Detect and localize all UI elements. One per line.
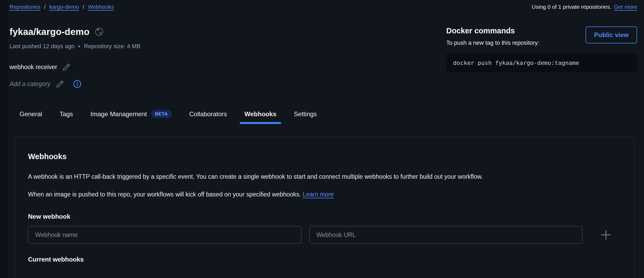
tab-label: Image Management: [90, 110, 147, 118]
active-tab-underline: [240, 122, 281, 124]
category-row: Add a category: [10, 80, 141, 88]
tab-collaborators[interactable]: Collaborators: [185, 110, 232, 124]
repo-size-text: Repository size: 4 MB: [84, 43, 141, 50]
edit-description-pencil-icon[interactable]: [62, 63, 71, 71]
tab-image-management[interactable]: Image Management BETA: [86, 110, 177, 124]
last-pushed-text: Last pushed 12 days ago: [10, 43, 75, 50]
tab-label: Collaborators: [189, 110, 227, 118]
tab-tags[interactable]: Tags: [55, 110, 78, 124]
tab-label: Tags: [59, 110, 73, 118]
tab-webhooks[interactable]: Webhooks: [240, 110, 281, 124]
repo-description: webhook receiver: [10, 64, 57, 71]
breadcrumb-webhooks-link[interactable]: Webhooks: [88, 4, 114, 10]
repo-title: fykaa/kargo-demo: [10, 26, 90, 37]
repo-tabs: General Tags Image Management BETA Colla…: [10, 110, 637, 124]
tab-label: Settings: [294, 110, 317, 118]
globe-icon: [94, 27, 104, 37]
category-info-icon[interactable]: [73, 80, 81, 88]
new-webhook-title: New webhook: [28, 213, 622, 220]
get-more-link[interactable]: Get more: [614, 4, 637, 10]
tab-general[interactable]: General: [15, 110, 47, 124]
webhooks-description-1: A webhook is an HTTP call-back triggered…: [28, 173, 622, 181]
public-view-button[interactable]: Public view: [586, 26, 637, 43]
docker-commands-section: Docker commands To push a new tag to thi…: [446, 26, 637, 88]
repo-info-column: fykaa/kargo-demo Last pushed 12 days ago…: [10, 26, 141, 88]
learn-more-link[interactable]: Learn more: [303, 191, 334, 198]
new-webhook-form: [28, 226, 622, 244]
breadcrumb-repo-link[interactable]: kargo-demo: [49, 4, 79, 10]
tab-settings[interactable]: Settings: [289, 110, 321, 124]
repo-header: fykaa/kargo-demo Last pushed 12 days ago…: [10, 26, 637, 88]
push-instruction-text: To push a new tag to this repository:: [446, 39, 539, 46]
repository-page: Repositories / kargo-demo / Webhooks Usi…: [0, 0, 644, 278]
breadcrumb-repositories-link[interactable]: Repositories: [10, 4, 40, 10]
repo-description-row: webhook receiver: [10, 63, 141, 71]
webhooks-description-2: When an image is pushed to this repo, yo…: [28, 190, 622, 199]
private-repo-usage: Using 0 of 1 private repositories. Get m…: [532, 4, 637, 10]
beta-badge: BETA: [151, 110, 172, 118]
add-category-text: Add a category: [10, 80, 50, 88]
current-webhooks-title: Current webhooks: [28, 256, 622, 263]
meta-dot-separator: •: [78, 43, 80, 50]
breadcrumb: Repositories / kargo-demo / Webhooks: [10, 4, 114, 10]
tab-label: General: [20, 110, 42, 118]
usage-text: Using 0 of 1 private repositories.: [532, 4, 611, 10]
description-2-text: When an image is pushed to this repo, yo…: [28, 191, 301, 198]
add-webhook-button[interactable]: [590, 229, 622, 241]
top-bar: Repositories / kargo-demo / Webhooks Usi…: [10, 0, 637, 10]
repo-meta: Last pushed 12 days ago • Repository siz…: [10, 43, 141, 50]
breadcrumb-separator: /: [44, 4, 46, 10]
plus-icon: [600, 229, 612, 241]
docker-push-command[interactable]: docker push fykaa/kargo-demo:tagname: [446, 53, 637, 73]
webhooks-panel: Webhooks A webhook is an HTTP call-back …: [15, 137, 634, 278]
webhooks-panel-title: Webhooks: [28, 152, 622, 161]
webhook-name-input[interactable]: [28, 226, 301, 244]
edit-category-pencil-icon[interactable]: [56, 80, 64, 88]
tab-label: Webhooks: [245, 110, 277, 118]
docker-commands-title: Docker commands: [446, 26, 539, 35]
webhook-url-input[interactable]: [309, 226, 583, 244]
breadcrumb-separator: /: [83, 4, 84, 10]
